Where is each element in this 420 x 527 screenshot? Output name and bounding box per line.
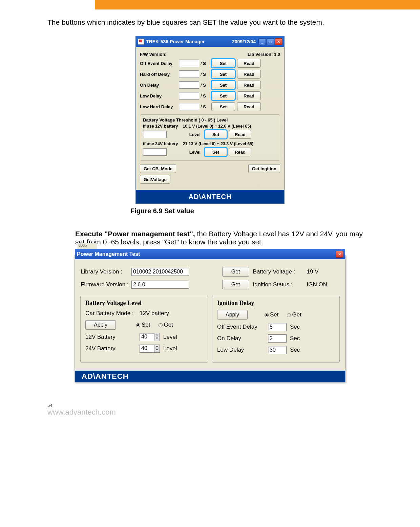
read-button[interactable]: Read (237, 102, 261, 111)
top-white-tab (0, 0, 95, 9)
b12-value: 40 (140, 333, 154, 341)
unit-sec: Sec (290, 347, 300, 353)
fw-version-label: F/W Version: (140, 52, 179, 57)
read-button[interactable]: Read (237, 91, 261, 100)
panel-title: Ignition Delay (217, 300, 335, 307)
figure-caption-1: Figure 6.9 Set value (130, 207, 279, 215)
unit-sec: Sec (290, 335, 300, 342)
unit: / S (201, 61, 209, 66)
get-button[interactable]: Get (222, 280, 249, 289)
level-label: Level (167, 150, 201, 155)
para2-bold: Execute "Power management test", (75, 230, 195, 238)
set-button[interactable]: Set (205, 148, 227, 156)
row-off-event-delay: Off Event Delay / S Set Read (140, 59, 280, 68)
top-orange-bar (0, 0, 420, 9)
delay-input[interactable] (179, 70, 199, 78)
get-cb-mode-button[interactable]: Get CB_Mode (140, 164, 176, 173)
lib-version-label: Lib Version: 1.0 (248, 52, 280, 57)
read-button[interactable]: Read (237, 70, 261, 79)
group-title: Battery Voltage Threshold ( 0 - 65 ) Lev… (143, 117, 277, 123)
app-icon (138, 39, 144, 45)
footer-url: www.advantech.com (47, 408, 420, 417)
level-input-24v[interactable] (143, 148, 167, 156)
delay-input[interactable] (179, 103, 199, 110)
low-delay-label: Low Delay (217, 347, 268, 353)
spin-down-icon[interactable]: ▼ (154, 337, 160, 341)
off-event-delay-input[interactable]: 5 (268, 323, 287, 331)
read-button[interactable]: Read (229, 148, 251, 156)
car-battery-mode-value: 12V battery (140, 310, 169, 317)
ignition-delay-panel: Ignition Delay Apply Set Get Off Event D… (212, 296, 340, 363)
set-button[interactable]: Set (211, 70, 235, 79)
ignition-status-value: IGN ON (303, 280, 340, 290)
firmware-version-input[interactable]: 2.6.0 (131, 281, 189, 289)
set-button[interactable]: Set (211, 59, 235, 68)
intro-text: The buttons which indicates by blue squa… (47, 18, 373, 26)
window-date: 2009/12/04 (232, 39, 256, 44)
read-button[interactable]: Read (237, 59, 261, 68)
row-label: Low Hard Delay (140, 104, 179, 109)
radio-set[interactable] (265, 313, 269, 317)
radio-get[interactable] (287, 313, 291, 317)
maximize-button[interactable]: □ (267, 38, 274, 45)
page-footer: 54 www.advantech.com (0, 396, 420, 423)
read-button[interactable]: Read (237, 81, 261, 89)
page-number: 54 (47, 403, 420, 408)
off-event-delay-label: Off Event Delay (217, 324, 268, 330)
titlebar-2: Power Management Test ✕ (75, 249, 345, 259)
apply-button[interactable]: Apply (217, 310, 248, 320)
car-battery-mode-label: Car Battery Mode : (85, 310, 140, 317)
minimize-button[interactable]: _ (258, 38, 266, 45)
set-button[interactable]: Set (205, 130, 227, 139)
figure-2-window: 303b Power Management Test ✕ Library Ver… (75, 255, 345, 382)
window-title-2: Power Management Test (77, 251, 140, 257)
level-input-12v[interactable] (143, 131, 167, 138)
get-voltage-button[interactable]: GetVoltage (140, 175, 170, 184)
advantech-logo: AD\ANTECH (136, 190, 284, 203)
radio-get[interactable] (159, 323, 163, 327)
apply-button[interactable]: Apply (85, 320, 116, 330)
set-button[interactable]: Set (211, 81, 235, 89)
row-on-delay: On Delay / S Set Read (140, 81, 280, 89)
library-version-input[interactable]: 010002.2010042500 (131, 268, 189, 276)
unit: / S (201, 72, 209, 77)
row-low-delay: Low Delay / S Set Read (140, 91, 280, 100)
b24-value: 40 (140, 345, 154, 352)
b24-spinbox[interactable]: 40▲▼ (140, 345, 160, 353)
low-delay-input[interactable]: 30 (268, 346, 287, 354)
delay-input[interactable] (179, 81, 199, 89)
unit-level: Level (163, 334, 177, 341)
level-label: Level (167, 132, 201, 137)
library-version-label: Library Version : (80, 267, 131, 277)
battery-voltage-level-panel: Battery Voltage Level Car Battery Mode :… (80, 296, 208, 363)
close-button[interactable]: ✕ (336, 251, 343, 258)
unit-level: Level (163, 345, 177, 352)
window-tab: 303b (77, 243, 97, 249)
firmware-version-label: Firmware Version : (80, 280, 131, 290)
row-label: Low Delay (140, 93, 179, 98)
radio-set-label: Set (270, 311, 279, 318)
row-low-hard-delay: Low Hard Delay / S Set Read (140, 102, 280, 111)
close-button[interactable]: ✕ (275, 38, 282, 45)
b24-label: 24V Battery (85, 345, 140, 352)
window-title: TREK-536 Power Manager (146, 39, 232, 44)
get-button[interactable]: Get (222, 267, 249, 277)
delay-input[interactable] (179, 60, 199, 67)
paragraph-2: Execute "Power management test", the Bat… (75, 230, 373, 246)
row-label: Hard off Delay (140, 72, 179, 77)
b12-spinbox[interactable]: 40▲▼ (140, 333, 160, 341)
set-button[interactable]: Set (211, 91, 235, 100)
battery-voltage-label: Battery Voltage : (253, 267, 303, 277)
set-button[interactable]: Set (211, 102, 235, 111)
spin-down-icon[interactable]: ▼ (154, 349, 160, 352)
delay-input[interactable] (179, 92, 199, 100)
get-ignition-button[interactable]: Get Ingition (248, 164, 280, 173)
panel-title: Battery Voltage Level (85, 300, 203, 307)
unit: / S (201, 93, 209, 98)
radio-get-label: Get (292, 311, 301, 318)
radio-set[interactable] (136, 323, 140, 327)
unit: / S (201, 83, 209, 88)
read-button[interactable]: Read (229, 130, 251, 139)
on-delay-input[interactable]: 2 (268, 334, 287, 343)
figure-1-window: TREK-536 Power Manager 2009/12/04 _ □ ✕ … (135, 36, 285, 204)
